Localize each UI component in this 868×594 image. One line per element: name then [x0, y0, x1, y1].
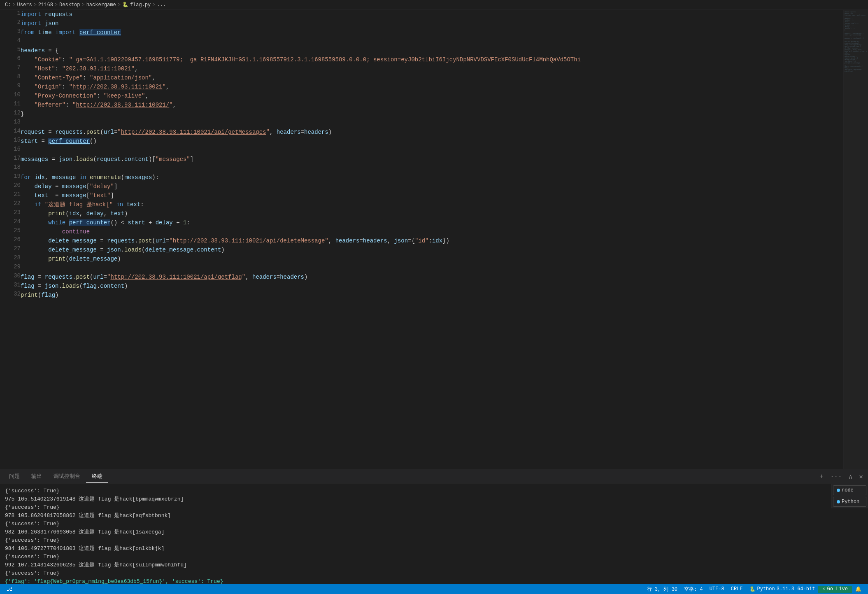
tab-debug[interactable]: 调试控制台: [48, 470, 86, 483]
line-number-9: 9: [0, 82, 21, 91]
breadcrumb-21168[interactable]: 21168: [38, 2, 53, 8]
code-content-15[interactable]: start = perf_counter(): [21, 137, 841, 146]
code-content-26[interactable]: delete_message = requests.post(url="http…: [21, 236, 841, 245]
editor: 1import requests2import json3from time i…: [0, 10, 868, 469]
status-position[interactable]: 行 3, 列 30: [644, 586, 681, 593]
code-content-22[interactable]: if "这道题 flag 是hack[" in text:: [21, 200, 841, 209]
line-number-32: 32: [0, 291, 21, 300]
code-content-27[interactable]: delete_message = json.loads(delete_messa…: [21, 245, 841, 254]
python-dot: [837, 500, 840, 503]
status-right: 行 3, 列 30 空格: 4 UTF-8 CRLF 🐍 Python 3.11…: [644, 586, 865, 593]
code-area[interactable]: 1import requests2import json3from time i…: [0, 10, 868, 469]
code-line-27: 27 delete_message = json.loads(delete_me…: [0, 245, 841, 254]
minimap: import requestsimport jsonfrom time impo…: [843, 10, 868, 469]
status-encoding[interactable]: UTF-8: [706, 586, 728, 593]
code-content-14[interactable]: request = requests.post(url="http://202.…: [21, 128, 841, 137]
code-content-10[interactable]: "Proxy-Connection": "keep-alive",: [21, 91, 841, 100]
status-notifications[interactable]: 🔔: [852, 586, 865, 593]
code-content-19[interactable]: for idx, message in enumerate(messages):: [21, 173, 841, 182]
tab-node[interactable]: node: [833, 485, 866, 495]
line-number-20: 20: [0, 182, 21, 191]
code-content-7[interactable]: "Host": "202.38.93.111:10021",: [21, 64, 841, 73]
code-content-24[interactable]: while perf_counter() < start + delay + 1…: [21, 218, 841, 227]
panel-more-icon[interactable]: ···: [828, 472, 844, 481]
line-number-26: 26: [0, 236, 21, 245]
panel-close-icon[interactable]: ✕: [857, 472, 865, 482]
code-content-9[interactable]: "Origin": "http://202.38.93.111:10021",: [21, 82, 841, 91]
breadcrumb-hackergame[interactable]: hackergame: [86, 2, 116, 8]
code-content-25[interactable]: continue: [21, 227, 841, 236]
line-number-23: 23: [0, 209, 21, 218]
panel-add-icon[interactable]: +: [818, 472, 825, 481]
terminal-line-4: {'success': True}: [5, 520, 863, 528]
status-go-live[interactable]: ⚡ Go Live: [818, 586, 852, 593]
line-number-11: 11: [0, 100, 21, 109]
code-content-16[interactable]: [21, 146, 841, 155]
line-number-28: 28: [0, 254, 21, 263]
status-line-ending[interactable]: CRLF: [728, 586, 746, 593]
line-number-21: 21: [0, 191, 21, 200]
code-content-18[interactable]: [21, 164, 841, 173]
line-ending-text: CRLF: [731, 586, 743, 592]
minimap-content: import requestsimport jsonfrom time impo…: [844, 10, 868, 469]
code-content-2[interactable]: import json: [21, 19, 841, 28]
sep3: >: [55, 2, 58, 8]
line-number-22: 22: [0, 200, 21, 209]
code-content-12[interactable]: }: [21, 109, 841, 119]
breadcrumb: C: > Users > 21168 > Desktop > hackergam…: [0, 0, 868, 10]
node-label: node: [842, 487, 854, 493]
right-panel: node Python: [831, 484, 868, 508]
code-line-4: 4: [0, 37, 841, 46]
code-content-8[interactable]: "Content-Type": "application/json",: [21, 73, 841, 82]
code-content-6[interactable]: "Cookie": "_ga=GA1.1.1982209457.16985117…: [21, 55, 841, 64]
line-number-25: 25: [0, 227, 21, 236]
code-content-28[interactable]: print(delete_message): [21, 254, 841, 263]
code-line-17: 17messages = json.loads(request.content)…: [0, 155, 841, 164]
code-content-3[interactable]: from time import perf_counter: [21, 28, 841, 37]
panel-chevron-up-icon[interactable]: ∧: [847, 472, 854, 482]
line-number-6: 6: [0, 55, 21, 64]
code-content-4[interactable]: [21, 37, 841, 46]
code-line-13: 13: [0, 119, 841, 128]
code-content-11[interactable]: "Referer": "http://202.38.93.111:10021/"…: [21, 100, 841, 109]
code-content-30[interactable]: flag = requests.post(url="http://202.38.…: [21, 273, 841, 282]
line-number-2: 2: [0, 19, 21, 28]
code-content-20[interactable]: delay = message["delay"]: [21, 182, 841, 191]
code-content-21[interactable]: text = message["text"]: [21, 191, 841, 200]
code-line-9: 9 "Origin": "http://202.38.93.111:10021"…: [0, 82, 841, 91]
breadcrumb-c[interactable]: C:: [5, 2, 11, 8]
tab-problems[interactable]: 问题: [3, 470, 26, 483]
line-number-29: 29: [0, 263, 21, 273]
breadcrumb-desktop[interactable]: Desktop: [59, 2, 80, 8]
terminal-line-1: 975 105.51402237619148 这道题 flag 是hack[bp…: [5, 495, 863, 503]
code-content-17[interactable]: messages = json.loads(request.content)["…: [21, 155, 841, 164]
encoding-text: UTF-8: [710, 586, 724, 592]
code-content-1[interactable]: import requests: [21, 10, 841, 19]
code-line-6: 6 "Cookie": "_ga=GA1.1.1982209457.169851…: [0, 55, 841, 64]
terminal-content[interactable]: {'success': True}975 105.51402237619148 …: [0, 484, 868, 584]
code-content-23[interactable]: print(idx, delay, text): [21, 209, 841, 218]
sep5: >: [118, 2, 121, 8]
code-line-21: 21 text = message["text"]: [0, 191, 841, 200]
tab-terminal[interactable]: 终端: [86, 470, 108, 483]
code-content-31[interactable]: flag = json.loads(flag.content): [21, 282, 841, 291]
tab-python[interactable]: Python: [833, 497, 866, 507]
terminal-line-2: {'success': True}: [5, 503, 863, 512]
code-line-1: 1import requests: [0, 10, 841, 19]
code-content-29[interactable]: [21, 263, 841, 273]
line-number-5: 5: [0, 46, 21, 55]
code-line-32: 32print(flag): [0, 291, 841, 300]
tab-output[interactable]: 输出: [26, 470, 48, 483]
terminal-line-0: {'success': True}: [5, 487, 863, 495]
code-line-24: 24 while perf_counter() < start + delay …: [0, 218, 841, 227]
breadcrumb-users[interactable]: Users: [17, 2, 32, 8]
code-content-13[interactable]: [21, 119, 841, 128]
code-content-5[interactable]: headers = {: [21, 46, 841, 55]
breadcrumb-filename[interactable]: flag.py: [130, 2, 151, 8]
code-content-32[interactable]: print(flag): [21, 291, 841, 300]
line-number-19: 19: [0, 173, 21, 182]
status-git[interactable]: ⎇: [3, 586, 16, 592]
status-spaces[interactable]: 空格: 4: [681, 586, 706, 593]
status-language[interactable]: 🐍 Python 3.11.3 64-bit: [746, 586, 819, 593]
line-number-18: 18: [0, 164, 21, 173]
